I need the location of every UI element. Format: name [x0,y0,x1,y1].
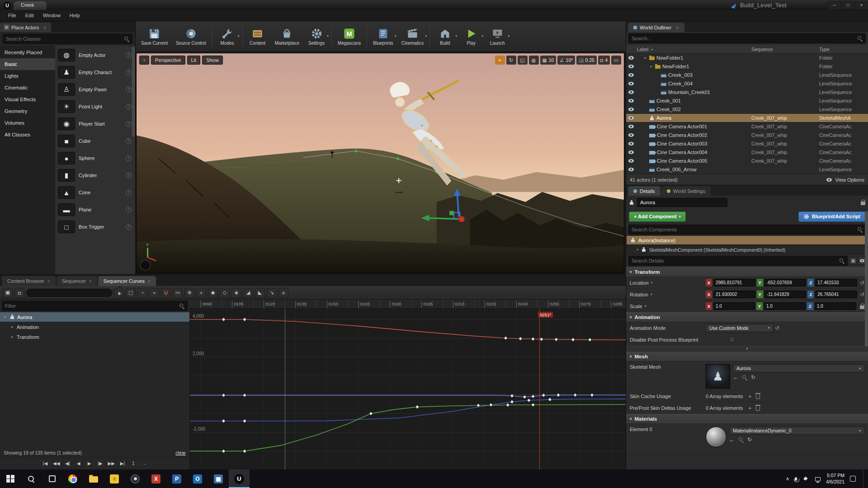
tab-sequencer[interactable]: Sequencer× [57,276,97,286]
speed-badge-button[interactable]: 1 [130,461,137,466]
place-item-cylinder[interactable]: ▮Cylinder? [55,167,135,184]
details-scrollbar[interactable] [865,211,868,347]
add-component-button[interactable]: + Add Component▾ [629,211,686,222]
lock-icon[interactable] [861,202,865,205]
cinematics-button[interactable]: Cinematics ▾ [398,23,427,50]
rotation-x-field[interactable]: 21.930002 [713,291,755,298]
menu-help[interactable]: Help [65,11,85,20]
step-back-button[interactable]: ◀| [65,461,71,466]
scale-tool-button[interactable]: ◱ [518,56,528,65]
category-basic[interactable]: Basic [0,58,55,70]
world-local-toggle[interactable]: ◍ [529,56,539,65]
details-search[interactable] [628,256,848,266]
save-icon[interactable]: ▣ [3,288,13,298]
sequencer-filter[interactable] [2,301,188,311]
place-item-player-start[interactable]: ◉Player Start? [55,115,135,132]
megascans-button[interactable]: M Megascans [334,23,364,50]
outliner-row-cine-camera-actor003[interactable]: Cine Camera Actor003Creek_007_whipCineCa… [626,140,868,148]
dropdown-caret-icon[interactable]: ▾ [327,34,329,38]
modes-button[interactable]: Modes ▾ [215,23,240,50]
dropdown-caret-icon[interactable]: ▾ [481,34,483,38]
curve-canvas[interactable]: 4,0002,000-2,000 [190,309,626,469]
move-tool-button[interactable]: + [495,56,505,65]
rotation-z-field[interactable]: 26.765041 [815,291,857,298]
place-item-sphere[interactable]: ●Sphere? [55,150,135,167]
outliner-search-input[interactable] [632,36,857,41]
sequencer-track-animation[interactable]: ▸Animation [0,322,189,332]
place-item-cone[interactable]: ▲Cone? [55,184,135,201]
scale-x-field[interactable]: 1.0 [713,302,755,310]
place-item-cube[interactable]: ■Cube? [55,132,135,150]
app-p[interactable]: P [166,469,187,488]
sequencer-track-transform[interactable]: ▸Transform [0,332,189,342]
outliner-row-creek-003[interactable]: Creek_003LevelSequence [626,71,868,80]
rotate-tool-button[interactable]: ↻ [506,56,516,65]
maximize-viewport-button[interactable]: ▭ [611,56,621,65]
location-label[interactable]: Location▾ [630,280,706,286]
delete-icon[interactable] [756,406,760,411]
outliner-row-aurora[interactable]: AuroraCreek_007_whipSkeletalMeshA [626,114,868,122]
category-lights[interactable]: Lights [0,70,55,82]
unreal-engine-app[interactable]: U [229,469,250,488]
actor-name-field[interactable]: Aurora [637,198,727,207]
place-item-box-trigger[interactable]: □Box Trigger? [55,218,135,235]
outlook-app[interactable]: O [187,469,208,488]
scale-lock-icon[interactable] [860,305,864,309]
blueprints-button[interactable]: Blueprints ▾ [369,23,396,50]
advanced-expander[interactable]: ▾ [626,346,868,352]
play-button[interactable]: ▶ [86,461,93,466]
browse-icon[interactable] [738,437,744,442]
world-outliner-tab[interactable]: World Outliner × [628,23,684,32]
microphone-icon[interactable] [795,477,797,481]
rotation-snap-control[interactable]: ∠10° [557,56,575,65]
place-actors-close-icon[interactable]: × [43,25,46,30]
delete-icon[interactable] [756,394,760,399]
location-z-field[interactable]: 17.461533 [815,279,857,286]
speaker-icon[interactable] [804,476,810,481]
menu-edit[interactable]: Edit [21,11,38,20]
category-geometry[interactable]: Geometry [0,105,55,117]
place-item-empty-pawn[interactable]: ♙Empty Pawn? [55,81,135,98]
notes-app[interactable]: ≡ [104,469,125,488]
clear-filter-link[interactable]: clear [175,450,186,455]
column-label[interactable]: Label▲ [637,47,751,52]
property-matrix-icon[interactable]: ▦ [849,257,857,264]
tab-sequencer-curves[interactable]: Sequencer Curves× [98,276,156,286]
camera-icon[interactable]: ◘ [14,288,24,298]
settings-button[interactable]: Settings ▾ [304,23,329,50]
animation-mode-dropdown[interactable]: Use Custom Mode▾ [706,324,774,332]
place-item-plane[interactable]: ▬Plane? [55,201,135,218]
gizmo-center[interactable] [458,216,465,222]
network-icon[interactable] [815,477,821,481]
outliner-row-creek-002[interactable]: Creek_002LevelSequence [626,105,868,114]
hidden-icons-chevron[interactable]: ∧ [786,476,789,482]
section-animation[interactable]: ▾Animation [626,312,868,322]
close-icon[interactable]: × [89,279,92,284]
loop-arrow-button[interactable]: → [141,461,147,466]
tab-details[interactable]: Details [628,186,660,196]
taskbar-search-button[interactable] [21,469,42,488]
dropdown-caret-icon[interactable]: ▾ [455,34,457,38]
sequencer-track-aurora[interactable]: ▾Aurora [0,312,189,322]
reset-icon[interactable]: ↺ [860,291,864,298]
feedback-feather-icon[interactable] [731,2,736,9]
scale-z-field[interactable]: 1.0 [815,302,856,310]
start-button[interactable] [0,469,21,488]
marketplace-button[interactable]: Marketplace [271,23,303,50]
outliner-row-cine-camera-actor002[interactable]: Cine Camera Actor002Creek_007_whipCineCa… [626,131,868,140]
category-recently-placed[interactable]: Recently Placed [0,47,55,58]
timeline-ruler[interactable]: 0090010501200135015001650180019502100225… [190,300,626,309]
place-actors-search[interactable] [3,34,132,44]
dropdown-caret-icon[interactable]: ▾ [425,34,427,38]
content-button[interactable]: Content [245,23,270,50]
lit-button[interactable]: Lit [187,56,201,65]
tab-world-settings[interactable]: World Settings [661,186,711,196]
jump-to-end-button[interactable]: ▶| [119,461,126,466]
place-item-empty-actor[interactable]: ◍Empty Actor? [55,47,135,64]
menu-file[interactable]: File [4,11,21,20]
maximize-button[interactable]: □ [841,1,854,9]
disable-post-process-checkbox[interactable] [729,337,735,343]
close-icon[interactable]: × [148,279,151,284]
scale-label[interactable]: Scale▾ [630,304,706,309]
outliner-row-creek-006-arrow[interactable]: Creek_006_ArrowLevelSequence [626,165,868,174]
